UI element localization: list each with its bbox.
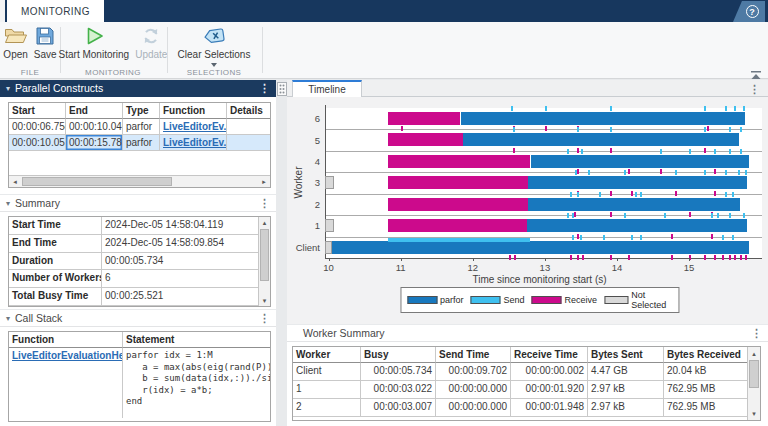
cell-type[interactable]: parfor: [123, 135, 160, 151]
timeline-bar-receive[interactable]: [388, 176, 528, 189]
cell-function[interactable]: LiveEditorEvaluationHelp...: [9, 348, 123, 418]
scroll-up-icon[interactable]: ▴: [259, 217, 270, 228]
cell-worker[interactable]: 2: [293, 399, 361, 417]
tab-timeline[interactable]: Timeline: [292, 80, 362, 97]
update-button[interactable]: Update: [135, 24, 167, 60]
cell-start[interactable]: 00:00:06.754: [9, 119, 66, 135]
panel-menu-icon[interactable]: ⋮: [259, 83, 270, 93]
timeline-bar-receive[interactable]: [388, 198, 529, 211]
timeline-bar-notselected[interactable]: [325, 176, 334, 189]
cell-bytes-sent[interactable]: 2.97 kB: [588, 381, 664, 399]
legend-item[interactable]: Receive: [532, 295, 598, 305]
cell-function[interactable]: LiveEditorEv...: [160, 135, 227, 151]
scroll-down-icon[interactable]: ▾: [748, 408, 760, 419]
cell-end-focused[interactable]: 00:00:15.786: [66, 135, 123, 151]
table-row[interactable]: 2 00:00:03.007 00:00:00.000 00:00:01.948…: [293, 399, 747, 417]
col-header-function[interactable]: Function: [160, 103, 227, 119]
table-row[interactable]: Start Time 2024-Dec-05 14:58:04.119: [9, 217, 270, 235]
open-button[interactable]: Open: [3, 24, 27, 60]
timeline-bar-receive[interactable]: [388, 112, 461, 125]
table-row[interactable]: End Time 2024-Dec-05 14:58:09.854: [9, 235, 270, 253]
cell-function[interactable]: LiveEditorEv...: [160, 119, 227, 135]
timeline-bar-notselected[interactable]: [325, 241, 332, 254]
cell-details[interactable]: [227, 135, 270, 151]
help-button[interactable]: ?: [733, 1, 765, 22]
cell-receive-time[interactable]: 00:00:01.948: [511, 399, 588, 417]
start-monitoring-button[interactable]: Start Monitoring: [59, 24, 130, 60]
table-row[interactable]: Duration 00:00:05.734: [9, 253, 270, 271]
cell-send-time[interactable]: 00:00:00.000: [436, 399, 511, 417]
cell-worker[interactable]: 1: [293, 381, 361, 399]
cell-send-time[interactable]: 00:00:09.702: [436, 363, 511, 381]
table-row[interactable]: 1 00:00:03.022 00:00:00.000 00:00:01.920…: [293, 381, 747, 399]
scroll-left-icon[interactable]: ◂: [9, 176, 21, 187]
col-header-send-time[interactable]: Send Time: [436, 347, 511, 363]
col-header-type[interactable]: Type: [123, 103, 160, 119]
cell-busy[interactable]: 00:00:03.022: [361, 381, 436, 399]
table-row[interactable]: Total Busy Time 00:00:25.521: [9, 288, 270, 306]
clear-selections-button[interactable]: Clear Selections: [178, 24, 251, 67]
horizontal-scrollbar[interactable]: ◂ ▸: [9, 175, 270, 187]
col-header-end[interactable]: End: [66, 103, 123, 119]
col-header-bytes-sent[interactable]: Bytes Sent: [588, 347, 664, 363]
call-stack-header[interactable]: ▾ Call Stack ⋮: [0, 310, 276, 327]
cell-bytes-received[interactable]: 20.04 kB: [664, 363, 747, 381]
timeline-bar-notselected[interactable]: [325, 219, 334, 232]
col-header-details[interactable]: Details: [227, 103, 270, 119]
cell-details[interactable]: [227, 119, 270, 135]
timeline-bar-parfor[interactable]: [528, 176, 747, 189]
timeline-bar-parfor[interactable]: [332, 241, 749, 254]
timeline-bar-parfor[interactable]: [531, 155, 750, 168]
timeline-bar-parfor[interactable]: [527, 219, 747, 232]
table-row-selected[interactable]: 00:00:10.051 00:00:15.786 parfor LiveEdi…: [9, 135, 270, 151]
cell-busy[interactable]: 00:00:05.734: [361, 363, 436, 381]
summary-header[interactable]: ▾ Summary ⋮: [0, 195, 276, 212]
panel-menu-icon[interactable]: ⋮: [259, 313, 270, 323]
cell-type[interactable]: parfor: [123, 119, 160, 135]
legend-item[interactable]: Not Selected: [604, 290, 672, 310]
divider-grip-icon[interactable]: [277, 82, 287, 96]
parallel-constructs-header[interactable]: ▾ Parallel Constructs ⋮: [0, 80, 276, 97]
table-row[interactable]: 00:00:06.754 00:00:10.046 parfor LiveEdi…: [9, 119, 270, 135]
tab-monitoring[interactable]: MONITORING: [7, 0, 104, 22]
cell-bytes-received[interactable]: 762.95 MB: [664, 381, 747, 399]
timeline-bar-receive[interactable]: [388, 219, 527, 232]
table-row[interactable]: Client 00:00:05.734 00:00:09.702 00:00:0…: [293, 363, 747, 381]
col-header-busy[interactable]: Busy: [361, 347, 436, 363]
timeline-bar-receive[interactable]: [388, 133, 464, 146]
scroll-up-icon[interactable]: ▴: [748, 348, 760, 359]
function-link[interactable]: LiveEditorEv...: [163, 121, 227, 132]
cell-bytes-sent[interactable]: 4.47 GB: [588, 363, 664, 381]
cell-start[interactable]: 00:00:10.051: [9, 135, 66, 151]
cell-receive-time[interactable]: 00:00:00.002: [511, 363, 588, 381]
cell-end[interactable]: 00:00:10.046: [66, 119, 123, 135]
panel-divider[interactable]: [276, 80, 287, 426]
legend-item[interactable]: parfor: [407, 295, 464, 305]
table-row[interactable]: LiveEditorEvaluationHelp... parfor idx =…: [9, 348, 270, 418]
worker-summary-header[interactable]: Worker Summary ⋮: [287, 325, 768, 342]
vertical-scrollbar[interactable]: ▴ ▾: [258, 217, 270, 306]
cell-worker[interactable]: Client: [293, 363, 361, 381]
cell-bytes-received[interactable]: 762.95 MB: [664, 399, 747, 417]
panel-menu-icon[interactable]: ⋮: [749, 83, 760, 96]
function-link[interactable]: LiveEditorEvaluationHelp...: [12, 350, 123, 361]
col-header-statement[interactable]: Statement: [123, 332, 270, 348]
cell-receive-time[interactable]: 00:00:01.920: [511, 381, 588, 399]
cell-busy[interactable]: 00:00:03.007: [361, 399, 436, 417]
cell-send-time[interactable]: 00:00:00.000: [436, 381, 511, 399]
col-header-function[interactable]: Function: [9, 332, 123, 348]
timeline-bar-parfor[interactable]: [528, 198, 740, 211]
collapse-chevron-icon[interactable]: ▾: [6, 199, 10, 208]
col-header-worker[interactable]: Worker: [293, 347, 361, 363]
scroll-right-icon[interactable]: ▸: [258, 176, 270, 187]
panel-menu-icon[interactable]: ⋮: [259, 198, 270, 208]
timeline-bar-send[interactable]: [388, 238, 531, 242]
vertical-scrollbar[interactable]: ▴ ▾: [747, 347, 760, 420]
timeline-bar-parfor[interactable]: [461, 112, 746, 125]
timeline-bar-receive[interactable]: [388, 155, 531, 168]
collapse-chevron-icon[interactable]: ▾: [6, 84, 10, 93]
chevron-down-icon[interactable]: [211, 63, 217, 67]
scroll-down-icon[interactable]: ▾: [259, 295, 270, 306]
legend-item[interactable]: Send: [470, 295, 524, 305]
col-header-receive-time[interactable]: Receive Time: [511, 347, 588, 363]
